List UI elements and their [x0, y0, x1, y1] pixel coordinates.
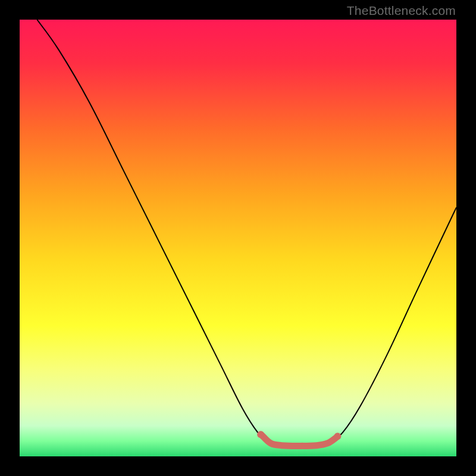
chart-canvas: TheBottleneck.com [0, 0, 476, 476]
watermark-text: TheBottleneck.com [347, 4, 456, 18]
svg-rect-0 [20, 20, 456, 456]
gradient-background [20, 20, 456, 456]
plot-area [20, 20, 456, 456]
